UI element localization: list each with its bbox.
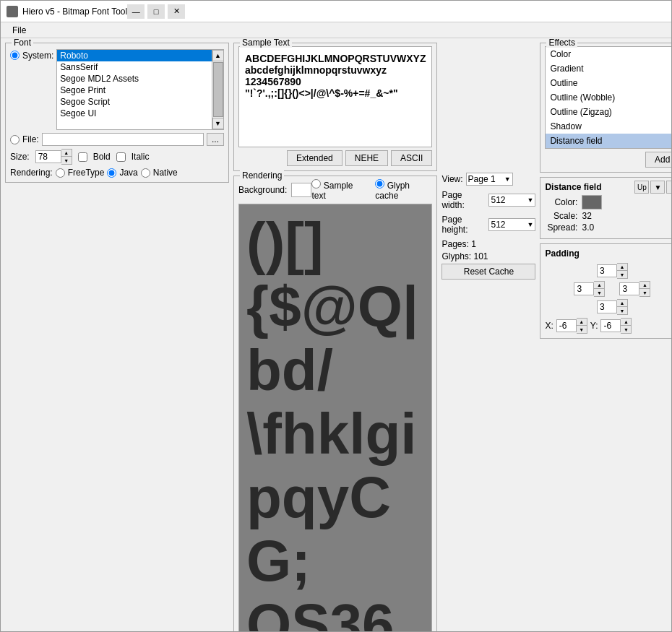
- size-down-arrow[interactable]: ▼: [61, 157, 72, 164]
- file-radio[interactable]: [10, 135, 20, 144]
- close-button[interactable]: ✕: [168, 4, 185, 19]
- padding-y-arrows: ▲ ▼: [621, 318, 632, 334]
- page-height-dropdown[interactable]: 512 ▼: [488, 218, 535, 231]
- right-controls: View: Page 1 ▼ Page width: 512 ▼ Page he…: [441, 43, 535, 627]
- minimize-button[interactable]: —: [127, 4, 145, 19]
- rendering-group-label: Rendering: [240, 170, 284, 181]
- df-down-button[interactable]: ▼: [650, 181, 665, 194]
- system-radio[interactable]: [10, 51, 20, 60]
- page-width-row: Page width: 512 ▼: [441, 190, 535, 210]
- padding-y-input[interactable]: [600, 319, 621, 332]
- df-color-box[interactable]: [582, 195, 602, 209]
- padding-y-up[interactable]: ▲: [621, 319, 631, 326]
- title-bar: Hiero v5 - Bitmap Font Tool — □ ✕: [1, 1, 671, 22]
- padding-top-input[interactable]: [597, 264, 617, 277]
- list-item[interactable]: Roboto: [57, 50, 212, 61]
- freetype-radio[interactable]: [56, 168, 65, 178]
- padding-x-up[interactable]: ▲: [577, 319, 587, 326]
- df-color-row: Color:: [545, 195, 671, 209]
- sample-text-content[interactable]: ABCDEFGHIJKLMNOPQRSTUVWXYZ abcdefghijklm…: [238, 46, 432, 147]
- view-value: Page 1: [468, 174, 496, 184]
- sample-line-2: abcdefghijklmnopqrstuvwxyz: [245, 64, 426, 76]
- view-dropdown[interactable]: Page 1 ▼: [466, 173, 513, 186]
- padding-left-input[interactable]: [574, 282, 594, 295]
- df-up-button[interactable]: Up: [634, 181, 649, 194]
- size-input[interactable]: [35, 150, 61, 163]
- padding-x-arrows: ▲ ▼: [577, 318, 587, 334]
- df-scale-value: 32: [582, 211, 591, 221]
- menu-file[interactable]: File: [7, 24, 32, 37]
- background-color-box[interactable]: [291, 183, 311, 197]
- maximize-button[interactable]: □: [147, 4, 165, 19]
- padding-bottom-input[interactable]: [597, 300, 617, 313]
- rendering-options: Sample text Glyph cache: [311, 179, 432, 201]
- padding-right-down[interactable]: ▼: [639, 289, 650, 296]
- system-label: System:: [22, 51, 53, 61]
- java-radio[interactable]: [107, 168, 116, 178]
- extended-button[interactable]: Extended: [287, 150, 343, 166]
- effect-outline-wobble[interactable]: Outline (Wobble): [546, 90, 671, 105]
- list-item[interactable]: SansSerif: [57, 61, 212, 73]
- padding-x-down[interactable]: ▼: [577, 326, 587, 333]
- page-width-dropdown[interactable]: 512 ▼: [488, 194, 535, 207]
- padding-top-up[interactable]: ▲: [617, 264, 627, 271]
- padding-right-up[interactable]: ▲: [639, 282, 650, 289]
- effect-outline[interactable]: Outline: [546, 76, 671, 90]
- menu-bar: File: [1, 22, 671, 38]
- glyph-cache-radio[interactable]: [375, 179, 384, 189]
- right-panel: Effects Color Gradient Outline Outline (…: [540, 43, 671, 627]
- df-x-button[interactable]: X: [666, 181, 671, 194]
- ascii-button[interactable]: ASCII: [391, 150, 432, 166]
- native-radio[interactable]: [141, 168, 150, 178]
- padding-bottom-down[interactable]: ▼: [617, 307, 627, 314]
- scroll-thumb[interactable]: [213, 62, 223, 117]
- italic-checkbox[interactable]: [116, 152, 126, 162]
- scroll-down-arrow[interactable]: ▼: [212, 118, 224, 129]
- effect-distance-field[interactable]: Distance field: [546, 134, 671, 148]
- effect-color[interactable]: Color: [546, 47, 671, 61]
- padding-y-down[interactable]: ▼: [621, 326, 631, 333]
- effect-shadow[interactable]: Shadow: [546, 119, 671, 134]
- view-label: View:: [441, 174, 462, 184]
- page-width-label: Page width:: [441, 190, 486, 210]
- list-item[interactable]: Segoe Script: [57, 96, 212, 108]
- reset-cache-button[interactable]: Reset Cache: [441, 264, 535, 280]
- padding-left-spin: ▲ ▼: [574, 281, 605, 297]
- file-input[interactable]: [42, 133, 204, 146]
- sample-text-radio[interactable]: [311, 179, 321, 189]
- padding-bottom-up[interactable]: ▲: [617, 300, 627, 307]
- page-width-arrow: ▼: [527, 196, 534, 204]
- padding-left-down[interactable]: ▼: [594, 289, 604, 296]
- main-window: Hiero v5 - Bitmap Font Tool — □ ✕ File F…: [0, 0, 672, 632]
- effect-gradient[interactable]: Gradient: [546, 61, 671, 76]
- effect-outline-zigzag[interactable]: Outline (Zigzag): [546, 105, 671, 119]
- padding-top-spin: ▲ ▼: [597, 263, 628, 279]
- padding-right-input[interactable]: [619, 282, 639, 295]
- padding-left-up[interactable]: ▲: [594, 282, 604, 289]
- add-button[interactable]: Add: [645, 152, 671, 168]
- glyph-canvas: ()[]{$@Q|bd/ \fhklgipqyCG; OS36890%&J! U…: [238, 204, 432, 631]
- font-file-row: File: ...: [10, 133, 224, 146]
- list-item[interactable]: Segoe Print: [57, 85, 212, 96]
- rendering-label: Rendering:: [10, 168, 53, 178]
- browse-button[interactable]: ...: [207, 133, 224, 146]
- scroll-up-arrow[interactable]: ▲: [212, 50, 224, 61]
- main-area: Font System: Roboto SansSerif Segoe MDL2…: [1, 38, 671, 631]
- list-item[interactable]: Segoe MDL2 Assets: [57, 73, 212, 85]
- padding-bottom-spin: ▲ ▼: [597, 299, 628, 315]
- padding-top-down[interactable]: ▼: [617, 271, 627, 278]
- list-item[interactable]: Segoe UI: [57, 108, 212, 119]
- padding-x-input[interactable]: [556, 319, 577, 332]
- sample-line-4: "!`?'.,;:[]{}()<>|/@\^$-%+=#_&~*": [245, 87, 426, 99]
- effects-label: Effects: [546, 38, 577, 48]
- bold-checkbox[interactable]: [78, 152, 87, 162]
- padding-left-arrows: ▲ ▼: [594, 281, 605, 297]
- nehe-button[interactable]: NEHE: [345, 150, 388, 166]
- sample-text-buttons: Extended NEHE ASCII: [238, 150, 432, 166]
- distance-field-controls: Up ▼ X: [634, 181, 671, 194]
- font-list-scrollbar[interactable]: ▲ ▼: [212, 50, 223, 129]
- sample-text-label: Sample Text: [240, 38, 292, 48]
- size-up-arrow[interactable]: ▲: [61, 150, 72, 157]
- title-bar-controls: — □ ✕: [127, 4, 185, 19]
- font-list-container[interactable]: Roboto SansSerif Segoe MDL2 Assets Segoe…: [57, 50, 212, 129]
